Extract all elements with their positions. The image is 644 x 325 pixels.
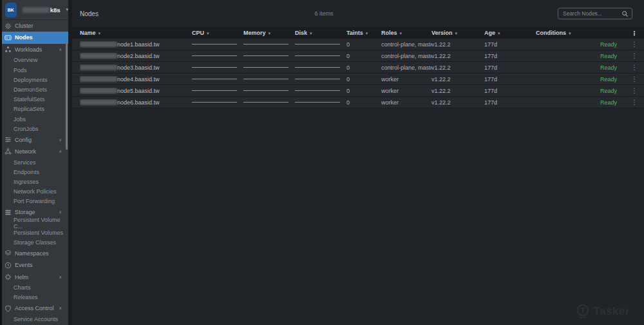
memory-placeholder-line xyxy=(243,55,289,56)
sidebar-item-storage-classes[interactable]: Storage Classes xyxy=(0,238,68,248)
roles-cell: control-plane, master xyxy=(381,64,431,71)
column-header-version[interactable]: Version▾ xyxy=(431,30,484,36)
sidebar-item-persistent-volume-claims[interactable]: Persistent Volume C... xyxy=(0,218,68,228)
sidebar-item-port-forwarding[interactable]: Port Forwarding xyxy=(0,197,68,206)
sidebar-item-replicasets[interactable]: ReplicaSets xyxy=(0,104,68,114)
sidebar-item-storage[interactable]: Storage ∧ xyxy=(0,206,68,218)
taints-cell: 0 xyxy=(346,99,381,106)
cluster-switcher[interactable]: BK k8s ▾ xyxy=(0,0,68,20)
sidebar-item-daemonsets[interactable]: DaemonSets xyxy=(0,84,68,94)
chevron-up-icon[interactable]: ∧ xyxy=(59,210,62,215)
table-row[interactable]: node4.baasid.tw 0 worker v1.22.2 177d Re… xyxy=(72,74,644,85)
sidebar-item-deployments[interactable]: Deployments xyxy=(0,75,68,84)
table-row[interactable]: node6.baasid.tw 0 worker v1.22.2 177d Re… xyxy=(72,97,644,108)
tasker-watermark: Tasker xyxy=(574,303,630,320)
sidebar-item-service-accounts[interactable]: Service Accounts xyxy=(0,314,68,324)
memory-cell xyxy=(243,90,295,91)
window-edge xyxy=(0,0,2,325)
memory-placeholder-line xyxy=(243,79,289,79)
search-box[interactable] xyxy=(558,8,632,19)
node-name-cell: node3.baasid.tw xyxy=(80,64,192,71)
node-name: node5.baasid.tw xyxy=(117,88,160,94)
cluster-avatar[interactable]: BK xyxy=(5,3,17,17)
node-name: node1.baasid.tw xyxy=(117,41,160,48)
column-header-roles[interactable]: Roles▾ xyxy=(381,30,431,36)
sidebar-item-namespaces[interactable]: Namespaces xyxy=(0,248,68,259)
sidebar-item-label: Storage xyxy=(15,209,35,215)
search-input[interactable] xyxy=(563,10,621,17)
disk-cell xyxy=(295,55,346,56)
row-menu-icon[interactable]: ⋮ xyxy=(625,64,644,71)
chevron-up-icon[interactable]: ∧ xyxy=(59,149,62,154)
chevron-down-icon[interactable]: ∨ xyxy=(59,137,62,143)
row-menu-icon[interactable]: ⋮ xyxy=(625,87,644,94)
sidebar-item-helm[interactable]: Helm ∧ xyxy=(0,271,68,282)
sidebar-item-config[interactable]: Config ∨ xyxy=(0,133,68,145)
sidebar-item-pods[interactable]: Pods xyxy=(0,65,68,75)
sidebar-scrollbar[interactable] xyxy=(66,43,68,150)
row-menu-icon[interactable]: ⋮ xyxy=(625,52,644,59)
age-cell: 177d xyxy=(484,99,536,106)
sidebar-item-services[interactable]: Services xyxy=(0,157,68,167)
node-name-cell: node6.baasid.tw xyxy=(80,99,192,106)
column-header-memory[interactable]: Memory▾ xyxy=(243,30,295,36)
row-menu-icon[interactable]: ⋮ xyxy=(625,75,644,83)
sidebar-item-label: Cluster xyxy=(15,23,33,29)
table-row[interactable]: node2.baasid.tw 0 control-plane, master … xyxy=(72,50,644,62)
redacted-cluster-name xyxy=(23,7,50,13)
table-row[interactable]: node5.baasid.tw 0 worker v1.22.2 177d Re… xyxy=(72,85,644,97)
chevron-up-icon[interactable]: ∧ xyxy=(59,47,62,52)
sidebar-item-ingresses[interactable]: Ingresses xyxy=(0,177,68,186)
sidebar-item-jobs[interactable]: Jobs xyxy=(0,114,68,124)
taints-cell: 0 xyxy=(346,41,381,48)
node-name-cell: node2.baasid.tw xyxy=(80,53,192,59)
table-row[interactable]: node1.baasid.tw 0 control-plane, master … xyxy=(72,39,644,50)
sidebar-item-cronjobs[interactable]: CronJobs xyxy=(0,124,68,133)
conditions-badge: Ready xyxy=(536,88,625,94)
search-icon[interactable] xyxy=(621,10,629,17)
chevron-down-icon[interactable]: ▾ xyxy=(66,7,68,12)
sidebar-item-label: Workloads xyxy=(15,46,42,53)
memory-cell xyxy=(243,67,295,68)
sidebar-item-nodes[interactable]: Nodes xyxy=(0,32,68,43)
watermark-label: Tasker xyxy=(593,305,630,318)
sidebar-item-statefulsets[interactable]: StatefulSets xyxy=(0,95,68,104)
redacted-text xyxy=(80,64,117,70)
column-header-age[interactable]: Age▾ xyxy=(484,30,536,36)
sidebar: BK k8s ▾ Cluster Nodes Workloads ∧ Overv… xyxy=(0,0,68,325)
node-name: node6.baasid.tw xyxy=(117,99,160,106)
memory-placeholder-line xyxy=(243,102,289,103)
table-settings-icon[interactable]: ⋮ xyxy=(625,30,644,37)
sidebar-item-charts[interactable]: Charts xyxy=(0,283,68,293)
taints-cell: 0 xyxy=(346,76,381,83)
sidebar-item-access-control[interactable]: Access Control ∧ xyxy=(0,302,68,314)
cpu-cell xyxy=(192,102,243,103)
table-row[interactable]: node3.baasid.tw 0 control-plane, master … xyxy=(72,62,644,74)
sidebar-item-network-policies[interactable]: Network Policies xyxy=(0,187,68,197)
sidebar-item-events[interactable]: Events xyxy=(0,259,68,271)
column-header-name[interactable]: Name▾ xyxy=(80,30,192,36)
disk-placeholder-line xyxy=(295,55,340,56)
taints-cell: 0 xyxy=(346,53,381,59)
version-cell: v1.22.2 xyxy=(431,53,484,59)
sidebar-item-cluster[interactable]: Cluster xyxy=(0,20,68,32)
sidebar-item-network[interactable]: Network ∧ xyxy=(0,146,68,157)
redacted-text xyxy=(80,76,117,82)
row-menu-icon[interactable]: ⋮ xyxy=(625,41,644,48)
sidebar-item-overview[interactable]: Overview xyxy=(0,55,68,65)
column-header-cpu[interactable]: CPU▾ xyxy=(192,30,243,36)
items-count: 6 items xyxy=(314,10,333,17)
chevron-up-icon[interactable]: ∧ xyxy=(59,275,62,280)
page-header: Nodes 6 items xyxy=(72,0,644,27)
sidebar-item-endpoints[interactable]: Endpoints xyxy=(0,167,68,177)
column-header-disk[interactable]: Disk▾ xyxy=(295,30,346,36)
row-menu-icon[interactable]: ⋮ xyxy=(625,99,644,106)
chevron-up-icon[interactable]: ∧ xyxy=(59,306,62,311)
sidebar-item-releases[interactable]: Releases xyxy=(0,293,68,302)
column-header-conditions[interactable]: Conditions▾ xyxy=(536,30,625,36)
sidebar-item-persistent-volumes[interactable]: Persistent Volumes xyxy=(0,228,68,237)
network-icon xyxy=(4,148,12,155)
column-header-taints[interactable]: Taints▾ xyxy=(346,30,381,36)
sidebar-item-workloads[interactable]: Workloads ∧ xyxy=(0,44,68,55)
roles-cell: worker xyxy=(381,76,431,83)
